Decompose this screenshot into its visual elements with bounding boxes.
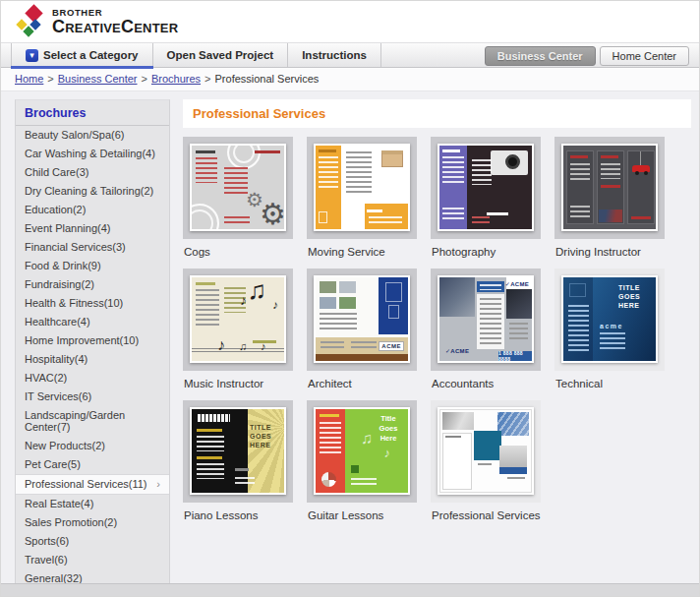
- template-thumbnail-music-instructor[interactable]: ♫ ♪ ♪ ♪ ♫ ♪: [183, 269, 293, 371]
- sidebar-item-child-care[interactable]: Child Care(3): [16, 163, 169, 182]
- acme-logo: ACME: [379, 341, 404, 351]
- template-label: Driving Instructor: [554, 239, 665, 258]
- tab-instructions[interactable]: Instructions: [288, 43, 381, 67]
- template-thumbnail-driving-instructor[interactable]: [554, 137, 665, 239]
- template-label: Music Instructor: [183, 371, 293, 389]
- home-center-button[interactable]: Home Center: [600, 46, 689, 66]
- sidebar-item-health-fitness[interactable]: Health & Fitness(10): [16, 294, 169, 313]
- sidebar-item-hvac[interactable]: HVAC(2): [16, 369, 169, 388]
- breadcrumb-link-business-center[interactable]: Business Center: [58, 73, 138, 85]
- sidebar-item-financial-services[interactable]: Financial Services(3): [16, 238, 169, 257]
- sidebar-item-new-products[interactable]: New Products(2): [16, 437, 169, 455]
- sidebar-item-education[interactable]: Education(2): [16, 201, 169, 219]
- sidebar-item-car-washing-detailing[interactable]: Car Washing & Detailing(4): [16, 145, 169, 163]
- sidebar: Brochures Beauty Salon/Spa(6) Car Washin…: [15, 99, 170, 583]
- breadcrumb: Home>Business Center>Brochures>Professio…: [1, 68, 699, 91]
- sidebar-item-beauty-salon-spa[interactable]: Beauty Salon/Spa(6): [16, 126, 169, 145]
- template-thumbnail-piano-lessons[interactable]: TITLE GOES HERE: [183, 400, 293, 503]
- center-switch: Business Center Home Center: [485, 46, 689, 66]
- breadcrumb-link-home[interactable]: Home: [15, 73, 43, 85]
- sidebar-item-it-services[interactable]: IT Services(6): [16, 388, 169, 406]
- page-title: Professional Services: [193, 106, 325, 121]
- sidebar-item-landscaping-garden-center[interactable]: Landscaping/Garden Center(7): [16, 406, 169, 437]
- music-note-icon: ♫: [361, 431, 373, 447]
- template-label: Photography: [431, 239, 541, 258]
- template-card-moving-service[interactable]: Moving Service: [307, 137, 417, 258]
- template-label: Cogs: [183, 239, 293, 258]
- tab-select-a-category[interactable]: ▾ Select a Category: [11, 43, 153, 67]
- category-dropdown-icon: ▾: [26, 49, 38, 62]
- page: BROTHER CreativeCenter ▾ Select a Catego…: [0, 0, 700, 597]
- template-thumbnail-moving-service[interactable]: [307, 137, 417, 239]
- sidebar-item-real-estate[interactable]: Real Estate(4): [16, 495, 169, 513]
- breadcrumb-current: Professional Services: [215, 73, 320, 85]
- template-thumbnail-cogs[interactable]: ⚙⚙: [183, 137, 293, 239]
- business-center-button[interactable]: Business Center: [485, 46, 596, 66]
- gear-icon: ⚙⚙: [260, 200, 284, 229]
- sidebar-item-pet-care[interactable]: Pet Care(5): [16, 455, 169, 474]
- music-note-icon: ♫: [248, 277, 267, 303]
- sidebar-item-sales-promotion[interactable]: Sales Promotion(2): [16, 513, 169, 532]
- content: Brochures Beauty Salon/Spa(6) Car Washin…: [1, 91, 699, 583]
- acme-logo: acme: [600, 323, 623, 329]
- sidebar-item-dry-cleaning-tailoring[interactable]: Dry Cleaning & Tailoring(2): [16, 182, 169, 201]
- brand-creativecenter: CreativeCenter: [52, 18, 178, 35]
- tab-bar: ▾ Select a Category Open Saved Project I…: [1, 42, 699, 68]
- sidebar-item-hospitality[interactable]: Hospitality(4): [16, 350, 169, 369]
- template-card-technical[interactable]: TITLE GOES HERE acme Technical: [554, 269, 665, 389]
- template-thumbnail-guitar-lessons[interactable]: Title Goes Here ♫ ♪: [307, 400, 417, 503]
- template-label: Piano Lessons: [183, 503, 293, 521]
- sidebar-item-home-improvement[interactable]: Home Improvement(10): [16, 331, 169, 350]
- template-label: Architect: [307, 371, 417, 389]
- sidebar-item-food-drink[interactable]: Food & Drink(9): [16, 257, 169, 275]
- template-card-accountants[interactable]: ✓ACME ✓ACME 1 888 888 8888 Accountants: [431, 269, 541, 389]
- sidebar-item-general[interactable]: General(32): [16, 569, 169, 583]
- template-card-music-instructor[interactable]: ♫ ♪ ♪ ♪ ♫ ♪ Music Instructor: [183, 269, 293, 389]
- template-grid: ⚙⚙ Cogs: [183, 137, 691, 521]
- template-thumbnail-professional-services[interactable]: [431, 400, 541, 503]
- template-card-cogs[interactable]: ⚙⚙ Cogs: [183, 137, 293, 258]
- template-label: Accountants: [431, 371, 541, 389]
- sidebar-item-professional-services[interactable]: Professional Services(11)›: [16, 474, 169, 495]
- sidebar-item-fundraising[interactable]: Fundraising(2): [16, 275, 169, 294]
- guitar-logo-icon: [321, 472, 336, 487]
- sidebar-item-travel[interactable]: Travel(6): [16, 551, 169, 569]
- template-card-professional-services[interactable]: Professional Services: [431, 400, 541, 521]
- chevron-right-icon: ›: [156, 478, 160, 490]
- template-label: Guitar Lessons: [307, 503, 417, 521]
- template-thumbnail-photography[interactable]: [431, 137, 541, 239]
- brother-logo[interactable]: BROTHER CreativeCenter: [15, 5, 178, 38]
- acme-logo: ✓ACME: [505, 280, 529, 287]
- piano-keys-icon: [197, 414, 230, 422]
- template-card-photography[interactable]: Photography: [431, 137, 541, 258]
- template-thumbnail-technical[interactable]: TITLE GOES HERE acme: [554, 269, 665, 371]
- page-title-bar: Professional Services: [183, 99, 691, 128]
- template-card-driving-instructor[interactable]: Driving Instructor: [554, 137, 665, 258]
- template-thumbnail-accountants[interactable]: ✓ACME ✓ACME 1 888 888 8888: [431, 269, 541, 371]
- sidebar-item-event-planning[interactable]: Event Planning(4): [16, 219, 169, 238]
- template-thumbnail-architect[interactable]: ACME: [307, 269, 417, 371]
- brand-brother: BROTHER: [52, 8, 178, 18]
- footer-bar: [1, 583, 699, 596]
- brother-pinwheel-icon: [15, 5, 46, 38]
- sidebar-item-healthcare[interactable]: Healthcare(4): [16, 313, 169, 331]
- template-card-guitar-lessons[interactable]: Title Goes Here ♫ ♪ Guitar Lessons: [307, 400, 417, 521]
- template-card-piano-lessons[interactable]: TITLE GOES HERE Piano Lessons: [183, 400, 293, 521]
- breadcrumb-link-brochures[interactable]: Brochures: [151, 73, 201, 85]
- template-label: Moving Service: [307, 239, 417, 258]
- template-card-architect[interactable]: ACME Architect: [307, 269, 417, 389]
- header: BROTHER CreativeCenter: [1, 1, 699, 42]
- box-icon: [381, 150, 403, 167]
- sidebar-title: Brochures: [16, 100, 169, 126]
- main: Professional Services ⚙⚙: [183, 99, 691, 583]
- sidebar-item-sports[interactable]: Sports(6): [16, 532, 169, 551]
- template-label: Technical: [554, 371, 665, 389]
- template-label: Professional Services: [431, 503, 541, 521]
- tab-open-saved-project[interactable]: Open Saved Project: [153, 43, 289, 67]
